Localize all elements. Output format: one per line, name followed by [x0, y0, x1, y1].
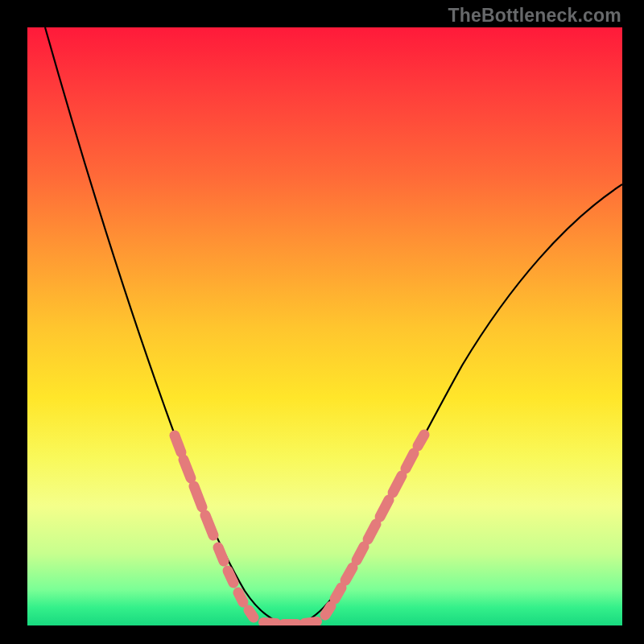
svg-line-2: [194, 486, 202, 507]
svg-line-5: [228, 571, 233, 583]
svg-line-12: [335, 588, 341, 599]
plot-area: [27, 27, 622, 625]
svg-line-1: [184, 460, 191, 478]
svg-line-16: [380, 500, 389, 517]
svg-line-4: [218, 547, 224, 561]
svg-line-10: [304, 621, 317, 623]
svg-line-7: [249, 610, 254, 617]
bottom-markers: [263, 621, 317, 624]
svg-line-17: [393, 476, 402, 493]
svg-line-15: [368, 524, 376, 539]
left-markers: [175, 436, 254, 617]
svg-line-11: [325, 606, 331, 615]
svg-line-13: [345, 568, 353, 580]
svg-line-6: [238, 592, 243, 602]
svg-line-18: [406, 453, 414, 469]
bottleneck-curve: [45, 27, 622, 625]
svg-line-19: [418, 435, 424, 446]
svg-line-0: [175, 436, 181, 452]
svg-line-14: [357, 547, 364, 560]
watermark-text: TheBottleneck.com: [448, 5, 621, 27]
chart-frame: TheBottleneck.com: [0, 0, 644, 644]
svg-line-3: [205, 515, 213, 535]
right-markers: [325, 435, 424, 615]
svg-line-8: [263, 622, 276, 623]
bottleneck-curve-svg: [27, 27, 622, 625]
